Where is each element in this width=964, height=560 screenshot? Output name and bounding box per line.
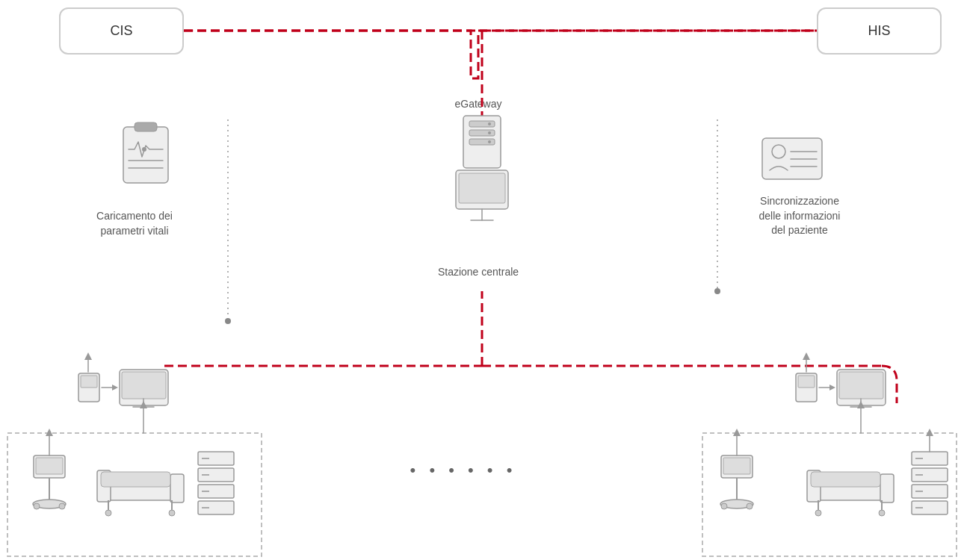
- svg-rect-92: [811, 472, 880, 487]
- svg-rect-54: [170, 474, 184, 503]
- svg-rect-74: [839, 372, 883, 399]
- svg-marker-80: [857, 401, 865, 408]
- svg-rect-13: [469, 139, 495, 145]
- svg-point-59: [169, 510, 175, 516]
- egateway-label: eGateway: [433, 97, 523, 112]
- svg-rect-12: [469, 130, 495, 136]
- svg-rect-41: [7, 433, 262, 556]
- svg-rect-82: [723, 458, 750, 474]
- svg-marker-43: [140, 401, 147, 408]
- his-label: HIS: [868, 23, 890, 39]
- svg-rect-69: [796, 373, 817, 402]
- svg-rect-21: [123, 127, 168, 183]
- svg-rect-32: [81, 376, 97, 388]
- svg-marker-51: [46, 429, 53, 436]
- svg-rect-97: [912, 452, 948, 465]
- svg-rect-44: [34, 455, 65, 478]
- svg-point-6: [714, 288, 720, 294]
- svg-rect-68: [702, 433, 957, 556]
- svg-rect-60: [198, 452, 234, 465]
- svg-rect-98: [912, 468, 948, 482]
- svg-rect-36: [122, 372, 166, 399]
- svg-rect-10: [463, 116, 501, 168]
- svg-rect-100: [912, 501, 948, 514]
- svg-rect-89: [811, 478, 893, 500]
- svg-marker-72: [829, 385, 835, 391]
- svg-marker-106: [926, 429, 933, 436]
- svg-point-58: [105, 510, 111, 516]
- svg-point-25: [142, 147, 146, 152]
- svg-rect-90: [807, 470, 821, 502]
- svg-rect-61: [198, 468, 234, 482]
- svg-rect-26: [762, 138, 822, 179]
- svg-rect-35: [120, 370, 168, 405]
- cis-label: CIS: [110, 23, 132, 39]
- svg-rect-11: [469, 121, 495, 127]
- svg-rect-52: [101, 478, 183, 500]
- svg-point-49: [59, 503, 65, 509]
- svg-point-85: [721, 503, 727, 509]
- svg-point-48: [34, 503, 40, 509]
- svg-marker-88: [733, 429, 741, 436]
- svg-point-47: [33, 500, 66, 508]
- cis-box: CIS: [59, 7, 184, 55]
- svg-point-86: [747, 503, 753, 509]
- stazione-centrale-label: Stazione centrale: [415, 265, 542, 280]
- svg-rect-70: [798, 376, 815, 388]
- svg-rect-81: [721, 455, 753, 478]
- svg-point-84: [720, 500, 753, 508]
- svg-rect-18: [459, 173, 505, 203]
- svg-point-16: [488, 140, 491, 143]
- svg-rect-62: [198, 485, 234, 498]
- svg-rect-22: [135, 122, 157, 131]
- sincronizzazione-label: Sincronizzazione delle informazioni del …: [725, 194, 874, 238]
- dots-label: • • • • • •: [389, 459, 538, 482]
- svg-rect-99: [912, 485, 948, 498]
- svg-rect-17: [456, 170, 508, 209]
- svg-marker-40: [84, 352, 92, 360]
- his-box: HIS: [817, 7, 942, 55]
- svg-rect-53: [97, 470, 111, 502]
- diagram-container: CIS HIS eGateway Stazione centrale Caric…: [0, 0, 964, 560]
- svg-rect-45: [36, 458, 63, 474]
- svg-point-96: [879, 510, 885, 516]
- svg-point-95: [815, 510, 821, 516]
- svg-rect-63: [198, 501, 234, 514]
- svg-rect-91: [880, 474, 894, 503]
- svg-point-4: [225, 318, 231, 324]
- svg-marker-34: [112, 385, 118, 391]
- svg-point-14: [488, 122, 491, 125]
- svg-rect-73: [837, 370, 886, 405]
- caricamento-label: Caricamento dei parametri vitali: [75, 209, 194, 238]
- svg-point-15: [488, 131, 491, 134]
- svg-marker-78: [803, 352, 810, 360]
- svg-point-27: [772, 145, 785, 158]
- svg-rect-55: [101, 472, 170, 487]
- svg-rect-31: [78, 373, 99, 402]
